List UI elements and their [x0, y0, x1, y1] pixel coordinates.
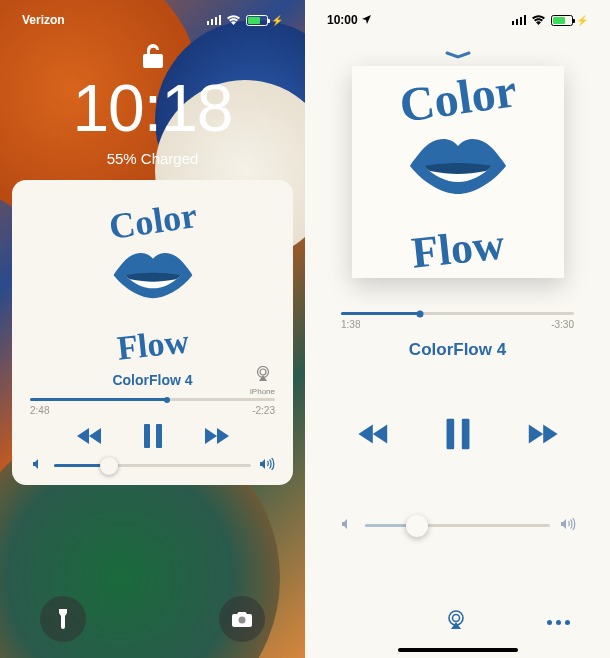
battery-icon — [246, 15, 268, 26]
forward-button[interactable] — [524, 422, 560, 450]
volume-high-icon — [560, 518, 576, 533]
now-playing-card[interactable]: Color Flow ColorFlow 4 iPhone 2:48 -2:23 — [12, 180, 293, 485]
art-text-bottom: Flow — [409, 218, 507, 278]
sheet-grabber-icon[interactable] — [444, 46, 472, 64]
lips-icon — [112, 250, 194, 306]
charge-status: 55% Charged — [0, 150, 305, 167]
lips-icon — [408, 136, 508, 202]
art-text-bottom: Flow — [115, 322, 190, 367]
svg-rect-2 — [144, 424, 150, 448]
lockscreen-phone: Verizon ⚡ 10:18 55% Charged Color Flow C… — [0, 0, 305, 658]
location-icon — [362, 13, 371, 27]
battery-icon — [551, 15, 573, 26]
art-text-top: Color — [396, 62, 520, 133]
airplay-button[interactable] — [445, 610, 467, 634]
time-elapsed: 2:48 — [30, 405, 49, 416]
wifi-icon — [226, 13, 241, 28]
lock-clock: 10:18 — [0, 70, 305, 146]
status-bar: 10:00 ⚡ — [305, 10, 610, 30]
scrub-bar[interactable]: 1:38 -3:30 — [341, 312, 574, 330]
charging-icon: ⚡ — [576, 15, 588, 26]
carrier-label: Verizon — [22, 13, 65, 27]
svg-point-1 — [260, 369, 266, 375]
rewind-button[interactable] — [75, 426, 105, 450]
time-remaining: -2:23 — [252, 405, 275, 416]
album-art[interactable]: Color Flow — [352, 66, 564, 278]
track-title: ColorFlow 4 — [305, 340, 610, 360]
signal-icon — [512, 15, 527, 25]
time-elapsed: 1:38 — [341, 319, 360, 330]
forward-button[interactable] — [201, 426, 231, 450]
flashlight-button[interactable] — [40, 596, 86, 642]
svg-point-8 — [453, 615, 460, 622]
svg-rect-5 — [446, 419, 454, 450]
airplay-label: iPhone — [250, 387, 275, 396]
album-art: Color Flow — [78, 202, 228, 352]
lock-dock — [0, 596, 305, 642]
airplay-button[interactable]: iPhone — [250, 366, 275, 396]
time-remaining: -3:30 — [551, 319, 574, 330]
charging-icon: ⚡ — [271, 15, 283, 26]
track-title: ColorFlow 4 — [112, 372, 192, 388]
pause-button[interactable] — [142, 424, 164, 452]
more-button[interactable] — [547, 620, 570, 625]
status-clock: 10:00 — [327, 13, 358, 27]
volume-high-icon — [259, 458, 275, 473]
volume-slider[interactable] — [339, 518, 576, 533]
scrub-bar[interactable]: 2:48 -2:23 — [30, 398, 275, 416]
signal-icon — [207, 15, 222, 25]
art-text-top: Color — [106, 194, 199, 248]
status-bar: Verizon ⚡ — [0, 10, 305, 30]
volume-slider[interactable] — [30, 458, 275, 473]
svg-rect-6 — [461, 419, 469, 450]
svg-rect-3 — [156, 424, 162, 448]
rewind-button[interactable] — [356, 422, 392, 450]
volume-low-icon — [30, 458, 46, 473]
wifi-icon — [531, 13, 546, 28]
nowplaying-phone: 10:00 ⚡ Color Flow 1:38 -3:30 ColorFlow … — [305, 0, 610, 658]
home-indicator[interactable] — [398, 648, 518, 652]
camera-button[interactable] — [219, 596, 265, 642]
svg-point-4 — [239, 617, 246, 624]
pause-button[interactable] — [444, 418, 472, 454]
volume-low-icon — [339, 518, 355, 533]
